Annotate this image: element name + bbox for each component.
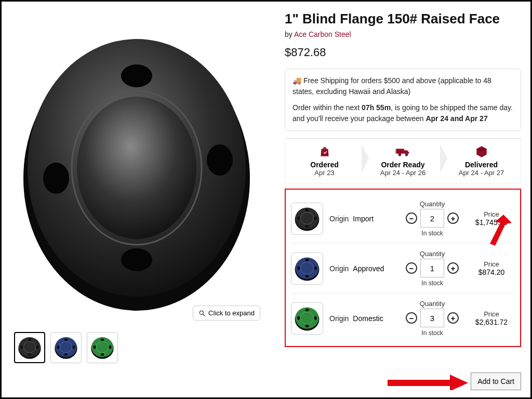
price-value: $2,631.72 — [468, 318, 515, 326]
variant-row: Origin Domestic Quantity − + In stock Pr… — [291, 293, 515, 343]
svg-point-4 — [121, 64, 152, 87]
delivered-date: Apr 24 - Apr 27 — [445, 169, 517, 177]
increment-button[interactable]: + — [447, 312, 459, 324]
svg-point-38 — [314, 216, 317, 220]
countdown: 07h 55m — [362, 103, 391, 112]
variant-origin: Origin Import — [329, 215, 402, 223]
svg-point-7 — [43, 163, 69, 194]
quantity-input[interactable] — [420, 309, 444, 327]
origin-label: Origin — [329, 215, 349, 223]
price-value: $874.20 — [468, 268, 515, 276]
svg-point-47 — [297, 266, 300, 270]
product-main-image[interactable]: Click to expand — [7, 7, 267, 329]
product-price: $872.68 — [285, 46, 521, 59]
bag-icon — [288, 144, 361, 159]
quantity-label: Quantity — [406, 250, 459, 258]
svg-marker-57 — [450, 375, 468, 390]
by-prefix: by — [285, 30, 294, 38]
variant-image[interactable] — [291, 302, 323, 335]
svg-point-27 — [101, 339, 104, 341]
origin-value: Domestic — [353, 314, 383, 323]
variant-origin: Origin Approved — [329, 264, 402, 273]
svg-point-45 — [314, 266, 317, 270]
svg-point-32 — [398, 153, 401, 156]
variant-image[interactable] — [291, 203, 323, 235]
increment-button[interactable]: + — [447, 212, 459, 224]
svg-point-14 — [36, 345, 39, 349]
svg-point-5 — [207, 144, 233, 176]
quantity-input[interactable] — [420, 209, 444, 228]
origin-value: Approved — [353, 264, 384, 273]
thumbnail[interactable] — [14, 332, 45, 363]
svg-point-46 — [305, 274, 309, 277]
vendor-link[interactable]: Ace Carbon Steel — [294, 30, 351, 38]
svg-point-13 — [28, 339, 32, 341]
variants-panel: Origin Import Quantity − + In stock Pric… — [285, 189, 521, 347]
svg-point-23 — [57, 345, 60, 349]
stock-status: In stock — [406, 280, 459, 287]
svg-point-15 — [28, 353, 32, 356]
decrement-button[interactable]: − — [406, 312, 417, 324]
svg-point-39 — [305, 224, 309, 227]
svg-line-9 — [203, 314, 205, 316]
search-icon — [198, 310, 206, 317]
quantity-input[interactable] — [420, 259, 444, 277]
svg-point-44 — [305, 259, 309, 261]
variant-price-block: Price $2,631.72 — [468, 310, 515, 326]
quantity-label: Quantity — [406, 200, 459, 208]
delivery-window: Apr 24 and Apr 27 — [425, 114, 487, 123]
shipping-box: 🚚 Free Shipping for orders $500 and abov… — [285, 69, 521, 131]
variant-origin: Origin Domestic — [329, 314, 402, 323]
variant-row: Origin Approved Quantity − + In stock Pr… — [291, 243, 515, 293]
decrement-button[interactable]: − — [406, 262, 417, 274]
click-to-expand[interactable]: Click to expand — [193, 305, 260, 321]
svg-point-52 — [314, 316, 317, 320]
svg-point-22 — [64, 353, 68, 356]
flange-render — [15, 22, 259, 313]
quantity-block: Quantity − + In stock — [406, 250, 459, 287]
price-label: Price — [468, 310, 515, 318]
variant-price-block: Price $874.20 — [468, 260, 515, 276]
product-title: 1" Blind Flange 150# Raised Face — [285, 11, 521, 27]
thumbnail[interactable] — [50, 332, 82, 363]
order-prefix: Order within the next — [292, 103, 362, 112]
variant-price-block: Price $1,745.36 — [468, 210, 515, 227]
free-ship-text: Free Shipping for orders $500 and above … — [292, 76, 491, 96]
svg-point-16 — [21, 345, 23, 349]
price-value: $1,745.36 — [468, 218, 515, 227]
variant-image[interactable] — [291, 252, 323, 285]
expand-label: Click to expand — [208, 309, 255, 317]
ready-label: Order Ready — [367, 161, 439, 169]
timeline-delivered: Delivered Apr 24 - Apr 27 — [442, 139, 521, 183]
decrement-button[interactable]: − — [406, 212, 417, 224]
thumbnail[interactable] — [87, 332, 118, 363]
svg-point-30 — [94, 345, 96, 349]
price-label: Price — [468, 260, 515, 268]
quantity-block: Quantity − + In stock — [406, 300, 459, 337]
truck-icon: 🚚 — [292, 76, 303, 85]
svg-point-40 — [297, 216, 300, 220]
svg-point-8 — [200, 311, 203, 314]
svg-point-21 — [73, 345, 75, 349]
box-icon — [445, 144, 517, 159]
svg-point-54 — [297, 316, 300, 320]
thumbnail-row — [7, 329, 274, 366]
delivered-label: Delivered — [445, 161, 517, 169]
quantity-block: Quantity − + In stock — [406, 200, 459, 237]
svg-point-28 — [109, 345, 112, 349]
origin-label: Origin — [329, 264, 349, 273]
price-label: Price — [468, 210, 515, 218]
svg-point-51 — [305, 309, 309, 311]
add-to-cart-button[interactable]: Add to Cart — [471, 373, 521, 390]
timeline-ordered: Ordered Apr 23 — [285, 139, 364, 183]
ordered-date: Apr 23 — [288, 169, 361, 177]
svg-point-6 — [121, 248, 152, 271]
svg-point-3 — [77, 97, 196, 239]
ready-date: Apr 24 - Apr 26 — [367, 169, 439, 177]
svg-point-20 — [64, 339, 68, 341]
svg-point-53 — [305, 324, 309, 327]
svg-point-29 — [101, 353, 104, 356]
stock-status: In stock — [406, 329, 459, 337]
svg-point-37 — [305, 209, 309, 211]
increment-button[interactable]: + — [447, 262, 459, 274]
